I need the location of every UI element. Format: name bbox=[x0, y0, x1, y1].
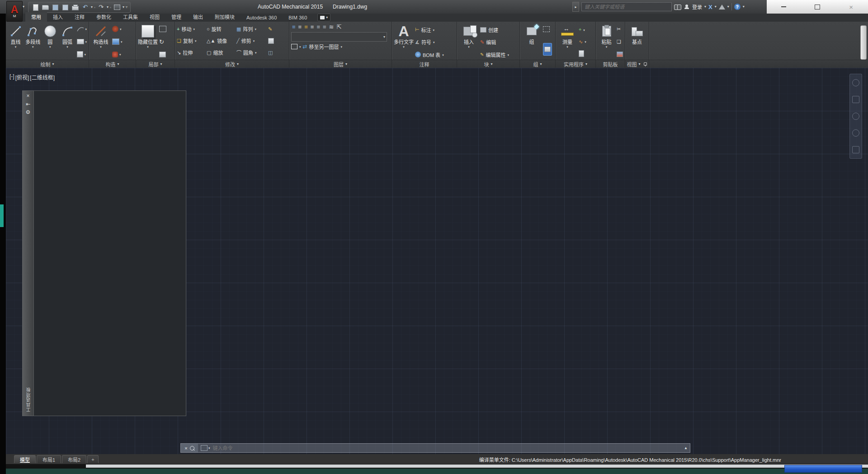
panel-title-local[interactable]: 局部▾ bbox=[136, 60, 175, 68]
tab-manage[interactable]: 管理 bbox=[165, 12, 187, 22]
line-button[interactable]: 直线▾ bbox=[8, 23, 24, 48]
palette-autohide-icon[interactable]: ⇤ bbox=[26, 101, 30, 109]
circle-button[interactable]: 圆▾ bbox=[42, 23, 58, 48]
panel-title-layers[interactable]: 图层▾ bbox=[289, 60, 392, 68]
quick-select-button[interactable]: ∿▾ bbox=[579, 36, 586, 47]
layer-on-icon[interactable]: ≡ bbox=[316, 24, 320, 30]
workspace-dropdown[interactable]: ▾ bbox=[123, 5, 124, 9]
help-icon[interactable]: ? bbox=[734, 4, 741, 10]
search-input[interactable] bbox=[581, 2, 672, 11]
panel-title-group[interactable]: 组▾ bbox=[520, 60, 555, 68]
match-properties-button[interactable] bbox=[617, 49, 623, 59]
pin-icon[interactable] bbox=[643, 62, 647, 66]
close-button[interactable]: × bbox=[834, 0, 868, 14]
showmotion-icon[interactable] bbox=[852, 146, 859, 153]
layer-isolate-icon[interactable]: ≡ bbox=[304, 24, 308, 30]
undo-button[interactable]: ↶ bbox=[81, 3, 90, 11]
quick-calc-button[interactable] bbox=[579, 48, 586, 59]
application-menu-caret[interactable]: ▾ bbox=[23, 5, 24, 9]
layer-unlock-icon[interactable]: ⇱ bbox=[336, 24, 341, 30]
undo-dropdown[interactable]: ▾ bbox=[91, 5, 93, 9]
layer-freeze-icon[interactable]: ≡ bbox=[311, 24, 314, 30]
workspace-button[interactable] bbox=[113, 3, 121, 11]
move-to-layer-button[interactable]: 移至另一图层 bbox=[309, 43, 339, 50]
explode-button[interactable] bbox=[268, 38, 278, 44]
visual-style-button[interactable]: [二维线框] bbox=[30, 73, 55, 81]
a360-dropdown[interactable]: ▾ bbox=[727, 5, 729, 9]
tab-output[interactable]: 输出 bbox=[187, 12, 209, 22]
hide-position-button[interactable]: 隐藏位置▾ bbox=[138, 23, 158, 48]
symbol-button[interactable]: ∡符号▾ bbox=[415, 37, 444, 48]
command-search-icon[interactable] bbox=[190, 446, 194, 450]
section-view-button[interactable]: ↻ bbox=[159, 37, 166, 47]
qnew-button[interactable] bbox=[31, 3, 40, 11]
palette-properties-icon[interactable]: ⚙ bbox=[26, 109, 31, 117]
layer-lock-icon[interactable]: ≋ bbox=[329, 24, 334, 30]
copy-button[interactable]: ❏复制▾ bbox=[177, 37, 207, 44]
command-line-grip[interactable]: × bbox=[181, 444, 198, 452]
orbit-icon[interactable] bbox=[852, 129, 859, 137]
save-button[interactable] bbox=[51, 3, 60, 11]
group-button[interactable]: 组 bbox=[522, 23, 542, 45]
polyline-button[interactable]: 多段线▾ bbox=[25, 23, 41, 48]
tab-bim360[interactable]: BIM 360 bbox=[283, 14, 313, 22]
tab-addins[interactable]: 附加模块 bbox=[209, 12, 241, 22]
tab-autodesk360[interactable]: Autodesk 360 bbox=[241, 14, 283, 22]
new-layout-button[interactable]: + bbox=[87, 455, 98, 463]
base-point-button[interactable]: 基点 bbox=[627, 23, 647, 45]
tab-toolsets[interactable]: 工具集 bbox=[117, 12, 144, 22]
stretch-button[interactable]: ↘拉伸 bbox=[177, 49, 207, 56]
rotate-button[interactable]: ○旋转 bbox=[207, 25, 236, 33]
command-history-caret[interactable]: ▲ bbox=[684, 446, 690, 450]
construction-line-button[interactable]: 构造线▾ bbox=[91, 23, 111, 48]
tab-annotate[interactable]: 注释 bbox=[69, 12, 90, 22]
panel-title-view[interactable]: 视图▾ bbox=[625, 60, 649, 68]
detail-view-button[interactable] bbox=[159, 24, 166, 34]
search-icon[interactable] bbox=[674, 5, 681, 9]
signin-dropdown[interactable]: ▾ bbox=[704, 5, 706, 9]
dimension-button[interactable]: ⊢标注▾ bbox=[415, 24, 444, 35]
hatch-button[interactable]: ▾ bbox=[77, 49, 87, 59]
qat-customize-button[interactable]: ▿ bbox=[126, 5, 127, 9]
ribbon-scroll-handle[interactable] bbox=[860, 25, 867, 60]
tab-view[interactable]: 视图 bbox=[144, 12, 165, 22]
fillet-button[interactable]: ⌒圆角▾ bbox=[236, 49, 268, 56]
auto-construction-button[interactable]: ▾ bbox=[112, 37, 123, 47]
recent-commands-caret[interactable]: ▾ bbox=[208, 446, 210, 450]
exchange-dropdown[interactable]: ▾ bbox=[715, 5, 717, 9]
measure-button[interactable]: 测量▾ bbox=[557, 23, 577, 48]
ungroup-button[interactable] bbox=[543, 24, 552, 34]
panel-title-block[interactable]: 块▾ bbox=[457, 60, 519, 68]
id-point-button[interactable]: ⌖▾ bbox=[579, 24, 586, 35]
layout-tab-layout1[interactable]: 布局1 bbox=[37, 455, 61, 463]
zoom-icon[interactable] bbox=[852, 113, 859, 120]
palette-body[interactable] bbox=[33, 90, 186, 416]
application-menu-button[interactable]: A M bbox=[6, 1, 23, 22]
paste-button[interactable]: 粘贴▾ bbox=[598, 23, 615, 48]
layer-properties-icon[interactable]: ≡ bbox=[292, 24, 296, 30]
maximize-button[interactable] bbox=[801, 0, 835, 14]
construction-circle-button[interactable]: ▾ bbox=[112, 24, 123, 34]
panel-title-utilities[interactable]: 实用程序▾ bbox=[556, 60, 595, 68]
ribbon-display-toggle[interactable]: ▾ bbox=[317, 14, 330, 21]
command-input[interactable] bbox=[212, 445, 684, 451]
redo-button[interactable]: ↷ bbox=[97, 3, 105, 11]
panel-title-modify[interactable]: 修改▾ bbox=[175, 60, 289, 68]
trim-button[interactable]: ╱修剪▾ bbox=[236, 37, 268, 44]
centerline-button[interactable]: ▾ bbox=[112, 49, 123, 59]
view-control-button[interactable]: [俯视] bbox=[15, 73, 29, 81]
panel-title-annotate[interactable]: 注释 bbox=[392, 60, 457, 68]
palette-close-icon[interactable]: × bbox=[26, 93, 29, 101]
arc-button[interactable]: 圆弧▾ bbox=[59, 23, 75, 48]
a360-icon[interactable] bbox=[719, 5, 725, 9]
make-current-layer-icon[interactable] bbox=[291, 44, 297, 49]
tab-insert[interactable]: 插入 bbox=[47, 12, 69, 22]
autohidden-palette-tab[interactable] bbox=[0, 204, 4, 227]
break-view-button[interactable] bbox=[159, 49, 166, 59]
spline-button[interactable]: ▾ bbox=[77, 24, 87, 34]
save-as-button[interactable] bbox=[61, 3, 70, 11]
bom-table-button[interactable]: BOM 表▾ bbox=[415, 49, 444, 60]
viewport-menu-button[interactable]: [-] bbox=[9, 73, 14, 81]
mirror-button[interactable]: △▲镜像 bbox=[207, 37, 236, 44]
command-keyboard-icon[interactable] bbox=[201, 445, 208, 451]
